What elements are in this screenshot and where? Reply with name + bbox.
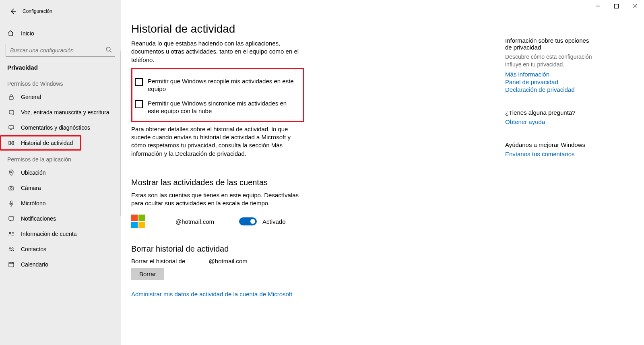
link-privacy-declaration[interactable]: Declaración de privacidad xyxy=(505,86,596,93)
highlight-box: Permitir que Windows recopile mis activi… xyxy=(131,68,304,122)
microsoft-logo-icon xyxy=(131,215,145,228)
nav-item-calendar[interactable]: Calendario xyxy=(0,257,121,272)
svg-rect-14 xyxy=(614,4,618,8)
account-info-icon xyxy=(7,231,15,237)
main-content: Historial de actividad Reanuda lo que es… xyxy=(121,0,644,345)
checkbox-label: Permitir que Windows recopile mis activi… xyxy=(148,77,299,93)
svg-rect-4 xyxy=(12,141,14,145)
account-row: @hotmail.com Activado xyxy=(131,215,304,228)
nav-item-label: Comentarios y diagnósticos xyxy=(21,124,90,131)
aside-privacy-desc: Descubre cómo esta configuración influye… xyxy=(505,53,596,68)
nav-home[interactable]: Inicio xyxy=(0,26,121,41)
clear-heading: Borrar historial de actividad xyxy=(131,244,304,254)
camera-icon xyxy=(7,185,15,191)
accounts-desc: Estas son las cuentas que tienes en este… xyxy=(131,191,304,208)
home-icon xyxy=(7,30,14,37)
aside-improve-heading: Ayúdanos a mejorar Windows xyxy=(505,141,596,148)
page-intro: Reanuda lo que estabas haciendo con las … xyxy=(131,39,304,64)
aside-question-heading: ¿Tienes alguna pregunta? xyxy=(505,109,596,116)
checkbox-icon xyxy=(135,78,143,86)
nav-item-speech[interactable]: Voz, entrada manuscrita y escritura xyxy=(0,105,121,120)
nav-item-label: Micrófono xyxy=(21,200,45,207)
accounts-heading: Mostrar las actividades de las cuentas xyxy=(131,178,304,187)
nav-item-label: Historial de actividad xyxy=(21,140,73,146)
clear-button[interactable]: Borrar xyxy=(131,268,164,280)
checkbox-label: Permitir que Windows sincronice mis acti… xyxy=(148,99,299,115)
svg-point-0 xyxy=(106,47,110,51)
category-title: Privacidad xyxy=(0,60,121,75)
svg-rect-6 xyxy=(9,187,14,190)
checkbox-collect-activities[interactable]: Permitir que Windows recopile mis activi… xyxy=(135,77,299,93)
clear-label-email: @hotmail.com xyxy=(209,258,248,264)
nav-home-label: Inicio xyxy=(21,30,34,37)
nav-group-windows: Permisos de Windows xyxy=(0,75,121,89)
aside-privacy-heading: Información sobre tus opciones de privac… xyxy=(505,37,596,51)
nav-item-camera[interactable]: Cámara xyxy=(0,180,121,196)
svg-point-7 xyxy=(10,188,12,189)
nav-item-label: Información de cuenta xyxy=(21,231,77,237)
minimize-icon xyxy=(596,4,600,8)
speech-icon xyxy=(7,109,15,116)
nav-group-apps: Permisos de la aplicación xyxy=(0,151,121,165)
location-icon xyxy=(7,169,15,176)
close-icon xyxy=(633,4,637,8)
link-get-help[interactable]: Obtener ayuda xyxy=(505,118,596,125)
close-button[interactable] xyxy=(625,0,644,12)
arrow-left-icon xyxy=(10,8,16,14)
nav-item-label: Calendario xyxy=(21,261,48,268)
nav-item-notifications[interactable]: Notificaciones xyxy=(0,211,121,226)
svg-rect-3 xyxy=(9,141,10,145)
nav-item-label: Ubicación xyxy=(21,169,45,176)
toggle-state-label: Activado xyxy=(262,218,286,225)
link-privacy-panel[interactable]: Panel de privacidad xyxy=(505,79,596,85)
nav-item-label: Voz, entrada manuscrita y escritura xyxy=(21,109,109,116)
clear-account-label: Borrar el historial de @hotmail.com xyxy=(131,258,304,264)
svg-rect-8 xyxy=(10,201,12,204)
link-more-info[interactable]: Más información xyxy=(505,71,596,78)
nav-item-label: Notificaciones xyxy=(21,215,56,222)
page-details: Para obtener detalles sobre el historial… xyxy=(131,125,304,158)
lock-icon xyxy=(7,94,15,100)
maximize-icon xyxy=(614,4,619,8)
titlebar-left: Configuración xyxy=(0,3,121,21)
nav-item-contacts[interactable]: Contactos xyxy=(0,242,121,257)
svg-rect-1 xyxy=(9,97,13,99)
activity-icon xyxy=(7,140,15,146)
svg-point-12 xyxy=(12,248,13,249)
calendar-icon xyxy=(7,261,15,268)
nav-item-microphone[interactable]: Micrófono xyxy=(0,196,121,211)
microphone-icon xyxy=(7,200,15,207)
window-controls xyxy=(588,0,644,12)
search-box[interactable] xyxy=(6,44,115,57)
clear-label-prefix: Borrar el historial de xyxy=(131,258,185,264)
checkbox-icon xyxy=(135,100,143,108)
search-icon xyxy=(105,46,112,53)
nav-item-activity-history[interactable]: Historial de actividad xyxy=(0,135,81,151)
nav-item-feedback[interactable]: Comentarios y diagnósticos xyxy=(0,120,121,135)
svg-rect-13 xyxy=(9,262,14,267)
svg-point-11 xyxy=(9,248,11,249)
search-input[interactable] xyxy=(6,44,115,57)
nav-item-label: Cámara xyxy=(21,185,41,191)
manage-activity-link[interactable]: Administrar mis datos de actividad de la… xyxy=(131,291,304,297)
nav-item-label: Contactos xyxy=(21,246,46,252)
link-send-feedback[interactable]: Envíanos tus comentarios xyxy=(505,151,596,157)
maximize-button[interactable] xyxy=(607,0,625,12)
back-button[interactable] xyxy=(6,5,19,18)
nav-item-label: General xyxy=(21,94,41,100)
page-title: Historial de actividad xyxy=(131,23,644,35)
nav-item-general[interactable]: General xyxy=(0,89,121,105)
account-email: @hotmail.com xyxy=(155,218,235,225)
nav-item-location[interactable]: Ubicación xyxy=(0,165,121,180)
account-toggle[interactable] xyxy=(239,217,257,225)
feedback-icon xyxy=(7,124,15,131)
app-title: Configuración xyxy=(23,8,52,14)
contacts-icon xyxy=(7,246,15,252)
notification-icon xyxy=(7,215,15,222)
svg-point-5 xyxy=(10,171,12,173)
svg-rect-9 xyxy=(9,217,14,220)
checkbox-sync-activities[interactable]: Permitir que Windows sincronice mis acti… xyxy=(135,99,299,115)
nav-item-account-info[interactable]: Información de cuenta xyxy=(0,226,121,242)
aside-panel: Información sobre tus opciones de privac… xyxy=(505,37,596,174)
minimize-button[interactable] xyxy=(588,0,607,12)
